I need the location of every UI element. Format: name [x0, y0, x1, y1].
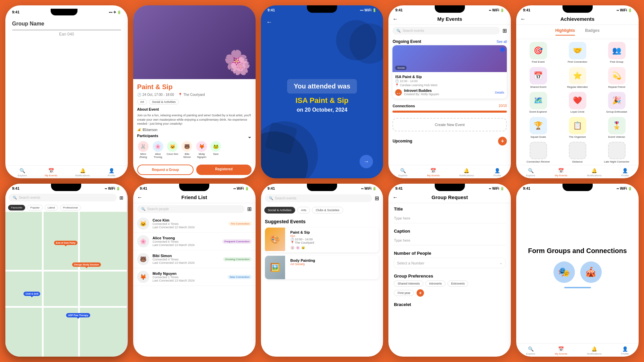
filter-icon[interactable]: ⊞	[502, 27, 507, 34]
friend-connected: Connected 1 Times	[153, 276, 224, 279]
filter-tab-favourite[interactable]: Favourite	[8, 205, 25, 210]
expand-icon[interactable]: ⌄	[248, 134, 252, 139]
explore-icon: 🔍	[19, 168, 25, 173]
nav-profile[interactable]: 👤Profile	[621, 346, 629, 355]
back-button[interactable]: ←	[266, 19, 272, 26]
nav-explore[interactable]: 🔍Explore	[526, 346, 535, 355]
connection-badge-trio: Trio Connection	[228, 222, 251, 226]
search-input[interactable]: 🔍 Search people	[137, 205, 245, 213]
search-icon: 🔍	[13, 196, 17, 199]
caption-input[interactable]: Type here	[394, 236, 505, 245]
phone-map-explore: 9:41 ▪▪ WiFi 🔋 🔍 Search events ⊞ Favouri…	[5, 184, 127, 357]
notch-dark	[307, 5, 337, 13]
notch	[307, 184, 337, 191]
event-list-item-paint[interactable]: 🎨 Paint & Sip ISA 🕐 10:00 - 14:00 📍 The …	[265, 228, 379, 252]
event-time: 🕐 10:30 - 14:00	[395, 79, 504, 83]
friend-last-connected: Last Connected 13 March 2024	[153, 279, 224, 282]
filter-icon[interactable]: ⊞	[119, 195, 123, 200]
nav-my-events-active[interactable]: 📅My Events	[555, 346, 567, 355]
phone-achievements: 9:41 ▪▪ WiFi 🔋 ← Achievements Highlights…	[516, 5, 639, 178]
filter-icon[interactable]: ⊞	[375, 195, 379, 201]
create-event-btn[interactable]: Create New Event	[392, 118, 507, 131]
achievement-event-veteran: 🎖️ Event Veteran	[598, 117, 635, 140]
nav-my-events-active[interactable]: 📅My Events	[555, 168, 567, 177]
profile-icon: 👤	[622, 346, 628, 352]
search-input[interactable]: 🔍 Search events	[9, 194, 117, 201]
nav-notifications[interactable]: 🔔Notifications	[459, 168, 474, 177]
connections-label: Connections	[392, 104, 415, 108]
nav-explore[interactable]: 🔍 Explore	[18, 168, 27, 177]
event-card-title: ISA Paint & Sip	[395, 75, 504, 79]
map-pin-adp[interactable]: ADP Paw Therapy	[66, 313, 90, 317]
pref-first-year[interactable]: First-year	[394, 290, 414, 296]
price-info: 💰$5/person	[137, 128, 252, 131]
nav-my-events[interactable]: 📅 My Events	[45, 168, 57, 177]
friend-connected: Connected 6 Times	[153, 240, 219, 243]
nav-explore[interactable]: 🔍Explore	[526, 168, 535, 177]
nav-notifications[interactable]: 🔔 Notifications	[75, 168, 90, 177]
filter-tab-latest[interactable]: Latest	[45, 205, 58, 210]
friend-name: Cece Kim	[153, 218, 225, 222]
title-input[interactable]: Type here	[394, 214, 505, 223]
back-button[interactable]: ←	[392, 16, 398, 22]
see-all-link[interactable]: See all	[497, 40, 507, 44]
request-group-button[interactable]: Request a Group	[137, 165, 194, 175]
chevron-down-icon: ⌄	[499, 261, 502, 265]
nav-explore[interactable]: 🔍Explore	[398, 168, 408, 177]
ongoing-title: Ongoing Event	[392, 39, 421, 44]
pref-shared-interests[interactable]: Shared Interests	[394, 281, 423, 287]
filter-tab-arts[interactable]: Arts	[297, 207, 310, 214]
friend-item-molly[interactable]: 🦊 Molly Nguyen Connected 1 Times Last Co…	[133, 268, 256, 286]
filter-tab-clubs[interactable]: Clubs & Societies	[312, 207, 343, 214]
filter-tab-professional[interactable]: Professional	[60, 205, 81, 210]
status-bar: 9:41 ▪▪ WiFi 🔋	[261, 184, 383, 192]
friend-item-bibi[interactable]: 🐻 Bibi Simon Connected 4 Times Last Conn…	[133, 250, 256, 268]
registered-button[interactable]: Registered	[196, 165, 251, 175]
participant: 🌸 Alice Truong	[152, 141, 164, 159]
map-pin-design[interactable]: Design Study Session	[72, 262, 101, 267]
event-title: Paint & Sip	[137, 83, 252, 91]
filter-icon[interactable]: ⊞	[247, 206, 252, 212]
add-event-fab[interactable]: +	[498, 137, 507, 145]
nav-profile[interactable]: 👤Profile	[621, 168, 629, 177]
details-link[interactable]: Details	[495, 91, 504, 94]
event-org: Art Society	[290, 262, 377, 266]
search-input[interactable]: 🔍 Search events	[392, 27, 500, 35]
page-title: Friend List	[137, 194, 252, 200]
about-title: About Event	[137, 107, 252, 111]
group-name-field[interactable]: Group Name	[12, 21, 121, 27]
page-title: My Events	[437, 16, 462, 22]
nav-my-events-active[interactable]: 📅My Events	[427, 168, 439, 177]
people-select[interactable]: Select a Number ⌄	[394, 258, 505, 268]
pref-introverts[interactable]: Introverts	[425, 281, 445, 287]
search-input[interactable]: 🔍 Search events	[265, 194, 372, 202]
friend-item-alice[interactable]: 🌸 Alice Truong Connected 6 Times Last Co…	[133, 233, 256, 250]
notch	[435, 5, 465, 13]
bell-icon: 🔔	[591, 168, 597, 173]
filter-tab-popular[interactable]: Popular	[27, 205, 43, 210]
add-preference-button[interactable]: +	[417, 289, 424, 297]
friend-item-cece[interactable]: 🐱 Cece Kim Connected 4 Times Last Connec…	[133, 215, 256, 233]
back-button[interactable]: ←	[520, 16, 526, 22]
back-button[interactable]: ←	[137, 194, 143, 200]
map-pin-chili[interactable]: Chili & Grill	[23, 292, 40, 296]
friend-last-connected: Last Connected 13 March 2024	[153, 243, 219, 247]
group-avatar-1: 🎭	[553, 261, 575, 283]
back-button[interactable]: ←	[392, 194, 398, 200]
nav-notifications[interactable]: 🔔Notifications	[587, 346, 602, 355]
nav-notifications[interactable]: 🔔Notifications	[587, 168, 602, 177]
participant: 🐰 Mimi Zhang	[137, 141, 149, 159]
nav-profile[interactable]: 👤Profile	[493, 168, 501, 177]
pref-extroverts[interactable]: Extroverts	[447, 281, 469, 287]
nav-profile[interactable]: 👤 Profile	[108, 168, 115, 177]
filter-tab-social[interactable]: Social & Activities	[264, 207, 296, 214]
participants-title: Participants	[137, 134, 158, 139]
status-bar-dark: 9:41 ▪▪▪ WiFi 🔋	[261, 5, 383, 13]
tab-badges[interactable]: Badges	[585, 28, 599, 36]
tab-highlights[interactable]: Highlights	[555, 28, 575, 36]
achievement-first-group: 👥 First Group	[598, 42, 635, 65]
next-button[interactable]: →	[360, 155, 373, 168]
tag-social: Social & Activities	[149, 99, 179, 105]
map-pin-end-of-sem[interactable]: End of Sem Party	[54, 241, 77, 245]
event-list-item-body-painting[interactable]: 🖼️ Body Painting Art Society	[265, 256, 379, 279]
